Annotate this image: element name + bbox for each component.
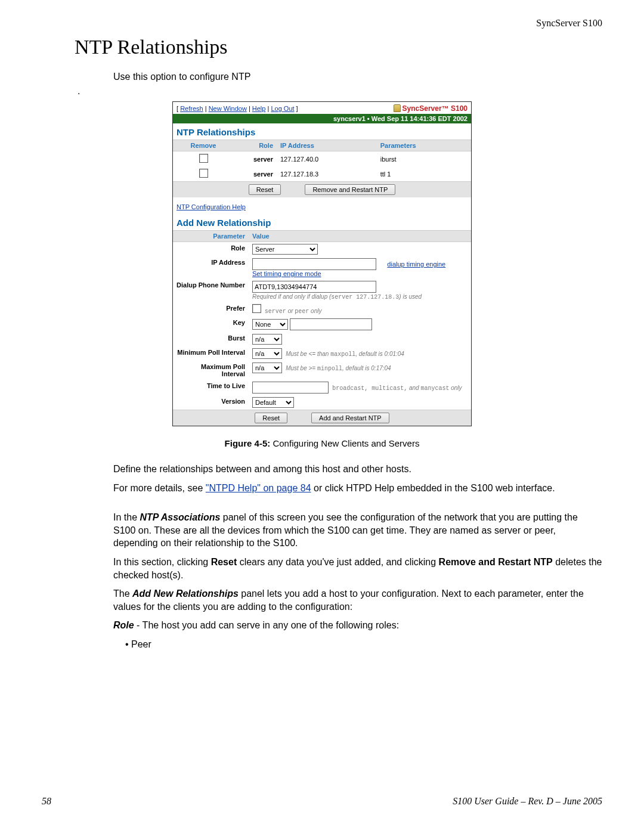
prefer-checkbox[interactable] <box>252 304 261 313</box>
label-minpoll: Minimum Poll Interval <box>173 346 249 361</box>
col-ip: IP Address <box>277 140 377 151</box>
label-ttl: Time to Live <box>173 380 249 395</box>
col-params: Parameters <box>377 140 471 151</box>
link-log-out[interactable]: Log Out <box>271 105 294 112</box>
section-ntp-relationships-title: NTP Relationships <box>173 123 471 140</box>
key-select[interactable]: None <box>252 319 288 330</box>
remove-checkbox[interactable] <box>199 154 208 163</box>
para-2: For more details, see "NTPD Help" on pag… <box>113 482 602 495</box>
topbar-links: [ Refresh | New Window | Help | Log Out … <box>177 105 298 112</box>
dialup-phone-input[interactable] <box>252 281 376 293</box>
row-params: iburst <box>377 151 471 167</box>
ntp-relationships-table: Remove Role IP Address Parameters server… <box>173 140 471 181</box>
prefer-hint: server or peer only <box>263 308 321 314</box>
row-params: ttl 1 <box>377 166 471 181</box>
remove-restart-ntp-button[interactable]: Remove and Restart NTP <box>305 184 395 195</box>
stray-period: . <box>78 86 602 97</box>
footer-right: S100 User Guide – Rev. D – June 2005 <box>453 796 602 807</box>
page-number: 58 <box>42 796 51 807</box>
brand-text: SyncServer™ S100 <box>402 104 467 113</box>
ntpd-help-xref-link[interactable]: "NTPD Help" on page 84 <box>206 483 311 493</box>
status-bar: syncserv1 • Wed Sep 11 14:41:36 EDT 2002 <box>173 114 471 123</box>
brand-label: SyncServer™ S100 <box>394 104 467 113</box>
minpoll-hint: Must be <= than maxpoll, default is 0:01… <box>286 351 404 357</box>
ttl-hint: broadcast, multicast, and manycast only <box>332 385 462 391</box>
row-role: server <box>234 166 277 181</box>
add-restart-ntp-button[interactable]: Add and Restart NTP <box>311 413 389 423</box>
role-select[interactable]: Server <box>252 244 318 255</box>
para-3: In the NTP Associations panel of this sc… <box>113 511 602 550</box>
label-ip: IP Address <box>173 256 249 279</box>
ttl-input[interactable] <box>252 382 329 394</box>
version-select[interactable]: Default <box>252 397 294 408</box>
maxpoll-select[interactable]: n/a <box>252 363 282 373</box>
label-role: Role <box>173 242 249 257</box>
page-title: NTP Relationships <box>75 36 602 58</box>
remove-checkbox[interactable] <box>199 169 208 178</box>
row-role: server <box>234 151 277 167</box>
row-ip: 127.127.40.0 <box>277 151 377 167</box>
reset-button-2[interactable]: Reset <box>255 413 287 423</box>
key-input[interactable] <box>290 318 372 330</box>
label-prefer: Prefer <box>173 302 249 317</box>
label-version: Version <box>173 395 249 410</box>
link-refresh[interactable]: Refresh <box>180 105 203 112</box>
label-key: Key <box>173 317 249 332</box>
label-maxpoll: Maximum Poll Interval <box>173 361 249 380</box>
col-value: Value <box>249 231 471 242</box>
intro-text: Use this option to configure NTP <box>113 72 602 82</box>
para-4: In this section, clicking Reset clears a… <box>113 556 602 581</box>
para-1: Define the relationships between and amo… <box>113 463 602 476</box>
label-dialup: Dialup Phone Number <box>173 279 249 302</box>
para-6: Role - The host you add can serve in any… <box>113 619 602 632</box>
set-timing-engine-mode-link[interactable]: Set timing engine mode <box>252 270 321 277</box>
dialup-hint: Required if and only if dialup (server 1… <box>252 293 422 300</box>
figure-caption: Figure 4-5: Configuring New Clients and … <box>42 438 602 448</box>
section-add-relationship-title: Add New Relationship <box>173 214 471 230</box>
list-item: Peer <box>125 638 602 651</box>
ntp-config-help-link[interactable]: NTP Configuration Help <box>177 203 246 210</box>
para-5: The Add New Relationships panel lets you… <box>113 587 602 613</box>
label-burst: Burst <box>173 332 249 346</box>
dialup-timing-engine-link[interactable]: dialup timing engine <box>387 261 445 268</box>
add-relationship-form: Parameter Value Role Server IP Address d… <box>173 230 471 410</box>
lock-icon <box>394 104 401 112</box>
col-role: Role <box>234 140 277 151</box>
reset-button[interactable]: Reset <box>249 184 281 195</box>
table-row: server 127.127.40.0 iburst <box>173 151 471 167</box>
table-row: server 127.127.18.3 ttl 1 <box>173 166 471 181</box>
row-ip: 127.127.18.3 <box>277 166 377 181</box>
ip-address-input[interactable] <box>252 258 376 270</box>
link-help[interactable]: Help <box>252 105 266 112</box>
burst-select[interactable]: n/a <box>252 334 282 345</box>
link-new-window[interactable]: New Window <box>209 105 247 112</box>
minpoll-select[interactable]: n/a <box>252 348 282 359</box>
col-parameter: Parameter <box>173 231 249 242</box>
col-remove: Remove <box>173 140 234 151</box>
maxpoll-hint: Must be >= minpoll, default is 0:17:04 <box>286 365 391 371</box>
embedded-screenshot: [ Refresh | New Window | Help | Log Out … <box>172 101 472 426</box>
header-product: SyncServer S100 <box>42 18 602 29</box>
